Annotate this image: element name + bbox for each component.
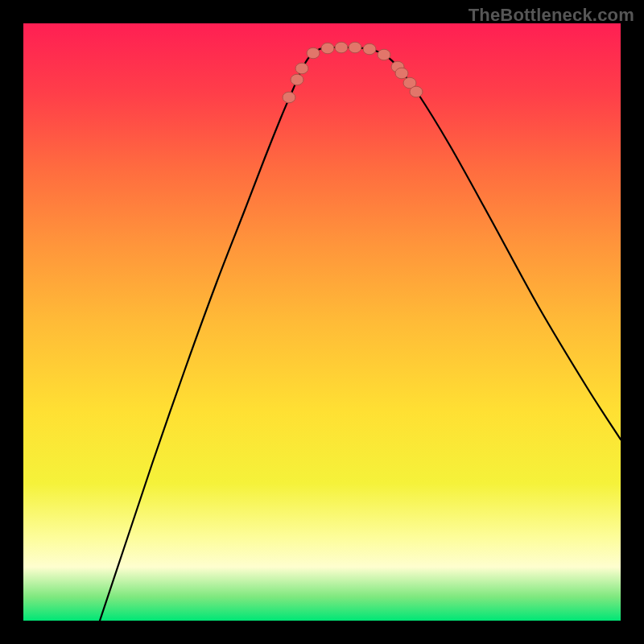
bottleneck-curve <box>100 47 621 621</box>
data-marker <box>410 86 423 97</box>
chart-frame: TheBottleneck.com <box>0 0 644 644</box>
data-marker <box>363 43 376 55</box>
data-marker <box>291 74 303 85</box>
data-markers <box>283 42 423 103</box>
data-marker <box>335 42 348 53</box>
data-marker <box>283 92 295 103</box>
watermark-text: TheBottleneck.com <box>469 5 634 26</box>
data-marker <box>395 68 408 79</box>
data-marker <box>295 63 308 74</box>
data-marker <box>307 47 320 59</box>
chart-svg <box>23 23 621 621</box>
data-marker <box>378 49 390 60</box>
data-marker <box>321 43 334 54</box>
data-marker <box>349 42 361 53</box>
